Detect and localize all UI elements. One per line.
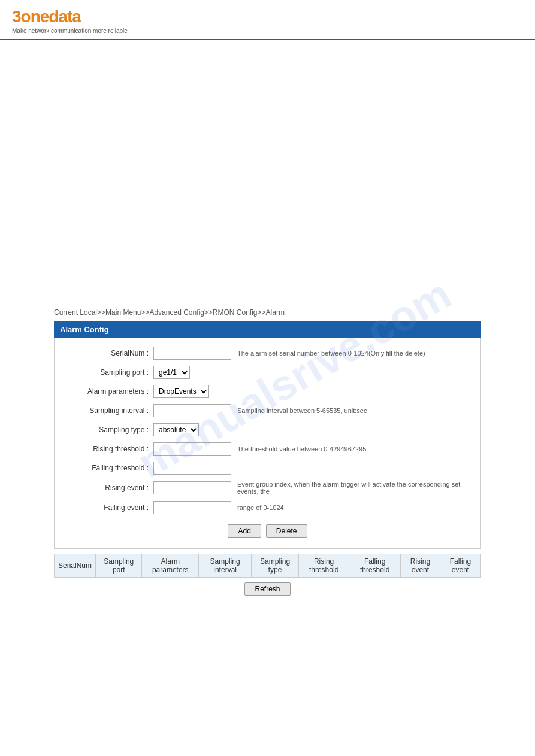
header: 3onedata Make network communication more… [0,0,535,40]
col-sampling-type: Sampling type [252,554,299,578]
sampling-port-row: Sampling port : ge1/1 [55,363,480,382]
col-falling-event: Falling event [440,554,480,578]
sampling-port-control: ge1/1 [153,366,474,379]
sampling-type-label: Sampling type : [61,426,153,434]
rising-event-hint: Event group index, when the alarm trigge… [237,481,474,495]
rising-event-label: Rising event : [61,484,153,492]
sampling-port-label: Sampling port : [61,368,153,377]
section-title: Alarm Config [60,325,109,334]
alarm-params-select[interactable]: DropEvents [153,385,209,398]
serial-num-label: SerialNum : [61,349,153,357]
col-rising-event: Rising event [400,554,440,578]
falling-threshold-control [153,462,474,475]
falling-event-hint: range of 0-1024 [237,504,284,511]
falling-event-row: Falling event : range of 0-1024 [55,498,480,517]
form-area: SerialNum : The alarm set serial number … [54,338,481,549]
falling-event-label: Falling event : [61,503,153,512]
breadcrumb: Current Local>>Main Menu>>Advanced Confi… [0,303,535,321]
rising-threshold-input[interactable] [153,442,231,456]
serial-num-row: SerialNum : The alarm set serial number … [55,344,480,363]
col-serial-num: SerialNum [55,554,96,578]
logo-tagline: Make network communication more reliable [12,28,523,34]
sampling-type-select[interactable]: absolute [153,423,199,436]
alarm-params-label: Alarm parameters : [61,387,153,396]
serial-num-control: The alarm set serial number between 0-10… [153,347,474,360]
rising-threshold-control: The threshold value between 0-4294967295 [153,442,474,456]
col-sampling-interval: Sampling interval [199,554,252,578]
refresh-area: Refresh [54,578,481,600]
falling-event-input[interactable] [153,501,231,514]
sampling-interval-row: Sampling interval : Sampling interval be… [55,401,480,420]
main-content: Alarm Config SerialNum : The alarm set s… [0,321,535,600]
rising-event-row: Rising event : Event group index, when t… [55,478,480,498]
breadcrumb-text: Current Local>>Main Menu>>Advanced Confi… [54,308,285,317]
rising-threshold-label: Rising threshold : [61,445,153,453]
rising-event-input[interactable] [153,481,231,494]
button-area: Add Delete [55,517,480,542]
refresh-button[interactable]: Refresh [244,582,290,596]
sampling-type-row: Sampling type : absolute [55,420,480,439]
logo-name: onedata [21,7,81,26]
add-button[interactable]: Add [228,524,261,538]
alarm-params-control: DropEvents [153,385,474,398]
serial-num-hint: The alarm set serial number between 0-10… [237,350,425,357]
sampling-type-control: absolute [153,423,474,436]
sampling-interval-label: Sampling interval : [61,406,153,415]
sampling-port-select[interactable]: ge1/1 [153,366,190,379]
alarm-params-row: Alarm parameters : DropEvents [55,382,480,401]
sampling-interval-control: Sampling interval between 5-65535, unit:… [153,404,474,417]
col-sampling-port: Sampling port [96,554,142,578]
rising-event-control: Event group index, when the alarm trigge… [153,481,474,495]
table-header: SerialNum Sampling port Alarm parameters… [55,554,481,578]
rising-threshold-row: Rising threshold : The threshold value b… [55,439,480,459]
sampling-interval-hint: Sampling interval between 5-65535, unit:… [237,407,367,414]
col-falling-threshold: Falling threshold [349,554,401,578]
col-rising-threshold: Rising threshold [298,554,349,578]
section-header: Alarm Config [54,321,481,338]
col-alarm-params: Alarm parameters [142,554,199,578]
rising-threshold-hint: The threshold value between 0-4294967295 [237,445,366,453]
delete-button[interactable]: Delete [266,524,307,538]
logo: 3onedata [12,7,523,26]
table-header-row: SerialNum Sampling port Alarm parameters… [55,554,481,578]
alarm-table: SerialNum Sampling port Alarm parameters… [54,554,481,578]
falling-event-control: range of 0-1024 [153,501,474,514]
falling-threshold-row: Falling threshold : [55,459,480,478]
logo-prefix: 3 [12,7,21,26]
falling-threshold-input[interactable] [153,462,231,475]
sampling-interval-input[interactable] [153,404,231,417]
serial-num-input[interactable] [153,347,231,360]
falling-threshold-label: Falling threshold : [61,464,153,472]
